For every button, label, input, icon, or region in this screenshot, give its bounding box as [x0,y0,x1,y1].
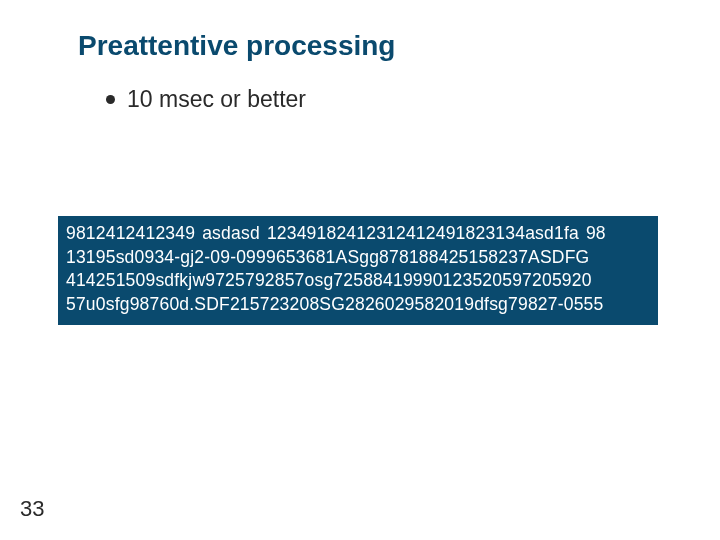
page-number: 33 [20,496,44,522]
slide-title: Preattentive processing [78,30,395,62]
demo-text-line: 57u0sfg98760d.SDF215723208SG282602958201… [66,293,650,317]
demo-text-line: 9812412412349 asdasd 1234918241231241249… [66,222,650,246]
demo-text-line: 414251509sdfkjw9725792857osg725884199901… [66,269,650,293]
bullet-item: 10 msec or better [106,86,306,113]
demo-text-line: 13195sd0934-gj2-09-0999653681ASgg8781884… [66,246,650,270]
bullet-text: 10 msec or better [127,86,306,113]
demo-text-block: 9812412412349 asdasd 1234918241231241249… [58,216,658,325]
bullet-dot-icon [106,95,115,104]
